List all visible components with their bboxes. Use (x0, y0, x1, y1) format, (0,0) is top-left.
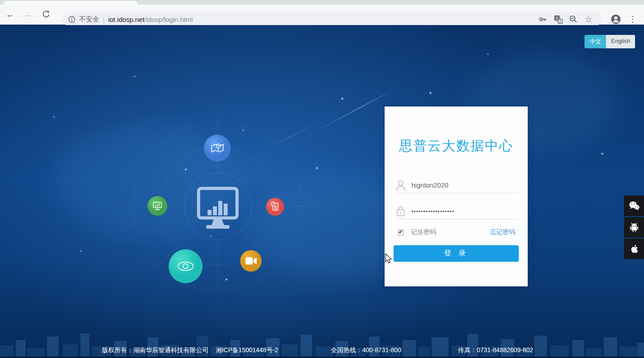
login-panel: 思普云大数据中心 hignton2020 •••••••••••••••••• (385, 107, 528, 286)
mouse-cursor (385, 253, 394, 264)
remember-checkbox[interactable] (398, 230, 404, 235)
browser-toolbar: ← → 不安全 | iot.idosp.net/idosp/login.html (0, 4, 644, 25)
login-button[interactable]: 登 录 (394, 245, 519, 262)
copyright-text: 版权所有：湖南华辰智通科技有限公司 (102, 346, 208, 354)
reload-icon[interactable] (38, 7, 54, 22)
language-toggle: 中文 English (585, 35, 635, 48)
security-label: 不安全 (79, 15, 99, 24)
login-page: 中文 English 思普云大数据中心 hignton2020 ••••••••… (0, 25, 644, 358)
star-dot (487, 54, 488, 55)
star-dot (54, 116, 55, 117)
user-icon (395, 179, 406, 191)
url-path: /idosp/login.html (144, 16, 193, 23)
lock-icon (395, 205, 406, 217)
fax-text: 传真：0731-84882609-802 (458, 346, 533, 354)
username-field[interactable]: hignton2020 (395, 177, 518, 193)
eye-node (169, 249, 203, 283)
reload-icon-glyph (42, 10, 51, 19)
star-dot (602, 153, 603, 154)
url-host: iot.idosp.net (108, 16, 144, 23)
saved-password-key-icon[interactable] (535, 12, 551, 26)
password-field[interactable]: •••••••••••••••••• (395, 203, 518, 219)
star-dot (80, 251, 81, 251)
remember-row: 记住密码 忘记密码 (398, 228, 515, 236)
forgot-password-link[interactable]: 忘记密码 (490, 228, 515, 236)
page-footer: 版权所有：湖南华辰智通科技有限公司 湘ICP备15001448号-2 全国热线：… (0, 346, 644, 357)
browser-window: ← → 不安全 | iot.idosp.net/idosp/login.html (0, 0, 644, 358)
star-dot (134, 76, 135, 77)
lang-english-button[interactable]: English (606, 35, 635, 48)
wechat-icon[interactable] (624, 196, 644, 216)
username-value: hignton2020 (411, 181, 449, 189)
zoom-out-icon[interactable] (566, 12, 581, 26)
password-masked-value: •••••••••••••••••• (411, 209, 454, 214)
star-dot (342, 98, 343, 99)
remember-label: 记住密码 (411, 228, 436, 236)
svg-text:A: A (559, 19, 561, 23)
tab-strip (0, 0, 644, 4)
info-icon[interactable] (68, 16, 76, 23)
social-sidebar (624, 196, 644, 260)
translate-icon[interactable]: 文 A (551, 12, 566, 26)
camera-node (240, 250, 262, 272)
url-separator: | (103, 16, 105, 23)
android-icon[interactable] (624, 217, 644, 238)
star-dot (430, 92, 431, 94)
report-node (266, 198, 284, 216)
forward-icon[interactable]: → (21, 7, 36, 22)
page-title: 思普云大数据中心 (385, 137, 528, 155)
hub-graphic (107, 103, 331, 313)
device-monitor-node (148, 196, 167, 216)
back-icon[interactable]: ← (3, 7, 18, 22)
lang-chinese-button[interactable]: 中文 (585, 35, 606, 48)
dashboard-monitor-icon (199, 188, 237, 229)
map-pin-node (204, 135, 231, 162)
icp-number: 湘ICP备15001448号-2 (216, 346, 278, 354)
hotline-text: 全国热线：400-8731-800 (331, 346, 401, 354)
apple-icon[interactable] (624, 239, 644, 259)
address-bar[interactable]: 不安全 | iot.idosp.net/idosp/login.html 文 A (63, 12, 602, 26)
bookmark-star-icon[interactable]: ☆ (581, 12, 596, 26)
